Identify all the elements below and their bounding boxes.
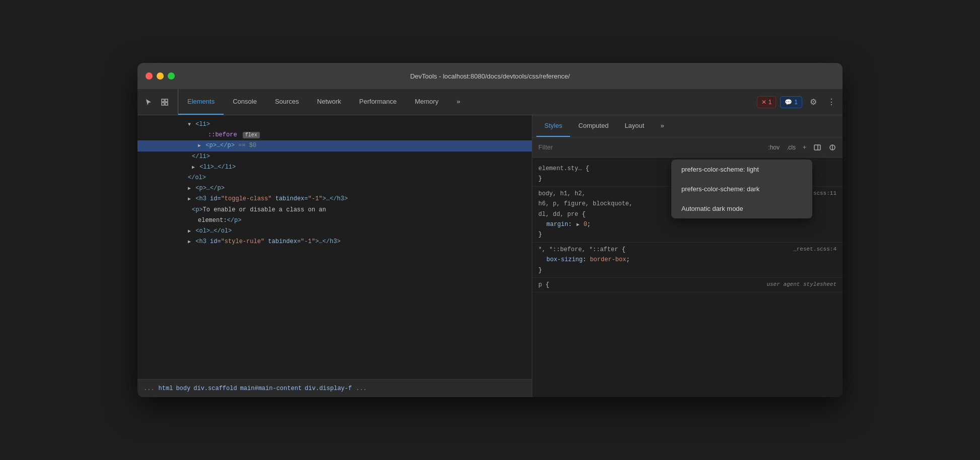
toggle-color-scheme-icon[interactable] <box>826 141 838 154</box>
cls-button[interactable]: .cls <box>785 143 798 152</box>
triangle-icon: ▶ <box>198 143 201 148</box>
devtools-window: DevTools - localhost:8080/docs/devtools/… <box>137 63 843 397</box>
traffic-lights <box>146 72 175 80</box>
rule-source-reset4: _reset.scss:4 <box>793 245 836 254</box>
message-badge[interactable]: 💬 1 <box>780 96 802 108</box>
styles-tab-styles[interactable]: Styles <box>536 115 570 137</box>
color-scheme-dropdown: prefers-color-scheme: light prefers-colo… <box>671 160 812 218</box>
tab-performance[interactable]: Performance <box>350 89 405 115</box>
flex-badge: flex <box>243 132 260 138</box>
dropdown-item-auto-dark[interactable]: Automatic dark mode <box>671 199 812 218</box>
triangle-icon: ▶ <box>188 239 191 245</box>
dom-before-pseudo[interactable]: ::before flex <box>137 130 532 140</box>
breadcrumb-scaffold[interactable]: div.scaffold <box>193 385 237 392</box>
triangle-icon: ▶ <box>192 165 195 170</box>
dom-p-element[interactable]: element:</p> <box>137 215 532 226</box>
styles-tab-layout[interactable]: Layout <box>616 115 652 137</box>
styles-panel: Styles Computed Layout » :hov .cls + <box>532 115 843 397</box>
message-icon: 💬 <box>785 99 792 106</box>
rule-universal: _reset.scss:4 *, *::before, *::after { b… <box>532 243 843 278</box>
dom-li-close[interactable]: </li> <box>137 151 532 162</box>
main-tabs: Elements Console Sources Network Perform… <box>178 89 753 115</box>
dom-li-collapsed[interactable]: ▶ <li>…</li> <box>137 162 532 173</box>
main-content: ▼ <li> ::before flex ▶ <p>…</p> == $0 <box>137 115 843 397</box>
close-button[interactable] <box>146 72 153 80</box>
error-icon: ✕ <box>761 99 766 106</box>
styles-toolbar-actions: :hov .cls + <box>766 141 838 154</box>
toolbar: Elements Console Sources Network Perform… <box>137 89 843 115</box>
svg-rect-1 <box>165 99 168 102</box>
dom-p-toenable[interactable]: <p>To enable or disable a class on an <box>137 205 532 215</box>
rule-p-agent: user agent stylesheet p { <box>532 278 843 292</box>
dropdown-item-prefers-dark[interactable]: prefers-color-scheme: dark <box>671 179 812 199</box>
hov-button[interactable]: :hov <box>766 143 782 152</box>
dom-tree: ▼ <li> ::before flex ▶ <p>…</p> == $0 <box>137 115 532 379</box>
svg-rect-4 <box>814 145 820 150</box>
titlebar: DevTools - localhost:8080/docs/devtools/… <box>137 63 843 89</box>
window-title: DevTools - localhost:8080/docs/devtools/… <box>410 72 570 80</box>
dom-li-open[interactable]: ▼ <li> <box>137 119 532 130</box>
dom-h3-toggle[interactable]: ▶ <h3 id="toggle-class" tabindex="-1">…<… <box>137 194 532 204</box>
toggle-sidebar-icon[interactable] <box>811 141 823 154</box>
inspect-icon[interactable] <box>158 95 172 109</box>
svg-rect-2 <box>162 103 164 105</box>
breadcrumb: ... html body div.scaffold main#main-con… <box>137 379 532 397</box>
cursor-icon[interactable] <box>142 95 156 109</box>
triangle-icon: ▼ <box>188 122 191 127</box>
styles-toolbar: :hov .cls + prefers-color-scheme: light … <box>532 137 843 158</box>
dom-ol-close[interactable]: </ol> <box>137 173 532 183</box>
tab-memory[interactable]: Memory <box>406 89 448 115</box>
tab-more[interactable]: » <box>448 89 469 115</box>
minimize-button[interactable] <box>157 72 164 80</box>
breadcrumb-prefix[interactable]: ... <box>144 385 155 392</box>
rule-selector-p: user agent stylesheet p { <box>538 280 836 290</box>
svg-rect-3 <box>165 103 168 105</box>
dom-panel: ▼ <li> ::before flex ▶ <p>…</p> == $0 <box>137 115 532 397</box>
toolbar-icons <box>142 89 178 115</box>
breadcrumb-html[interactable]: html <box>159 385 173 392</box>
rule-prop-margin: margin: ▶ 0; <box>538 219 836 229</box>
error-badge[interactable]: ✕ 1 <box>757 96 777 108</box>
breadcrumb-div[interactable]: div.display-f <box>305 385 352 392</box>
dom-ol-collapsed[interactable]: ▶ <ol>…</ol> <box>137 226 532 237</box>
styles-filter-input[interactable] <box>536 141 762 153</box>
maximize-button[interactable] <box>168 72 175 80</box>
tab-network[interactable]: Network <box>308 89 351 115</box>
settings-button[interactable]: ⚙ <box>806 95 820 109</box>
rule-selector-universal: _reset.scss:4 *, *::before, *::after { <box>538 245 836 255</box>
dropdown-item-prefers-light[interactable]: prefers-color-scheme: light <box>671 160 812 179</box>
rule-brace-close-universal: } <box>538 265 836 275</box>
triangle-icon: ▶ <box>188 196 191 202</box>
svg-rect-0 <box>162 99 164 102</box>
rule-prop-boxsizing: box-sizing: border-box; <box>538 255 836 265</box>
triangle-icon: ▶ <box>188 228 191 234</box>
tab-elements[interactable]: Elements <box>178 89 224 115</box>
toolbar-right: ✕ 1 💬 1 ⚙ ⋮ <box>753 89 838 115</box>
breadcrumb-body[interactable]: body <box>176 385 190 392</box>
tab-console[interactable]: Console <box>224 89 266 115</box>
styles-tab-more[interactable]: » <box>652 115 672 137</box>
dom-p-collapsed[interactable]: ▶ <p>…</p> <box>137 183 532 194</box>
triangle-icon: ▶ <box>188 186 191 191</box>
dom-p-selected[interactable]: ▶ <p>…</p> == $0 <box>137 140 532 151</box>
rule-brace-close-body: } <box>538 229 836 240</box>
styles-tabs: Styles Computed Layout » <box>532 115 843 137</box>
dom-h3-style-rule[interactable]: ▶ <h3 id="style-rule" tabindex="-1">…</h… <box>137 237 532 247</box>
add-style-button[interactable]: + <box>801 143 808 152</box>
more-options-button[interactable]: ⋮ <box>824 95 838 109</box>
tab-sources[interactable]: Sources <box>266 89 308 115</box>
rule-source-agent: user agent stylesheet <box>766 280 836 289</box>
styles-tab-computed[interactable]: Computed <box>570 115 616 137</box>
breadcrumb-suffix[interactable]: ... <box>356 385 367 392</box>
breadcrumb-main[interactable]: main#main-content <box>240 385 302 392</box>
